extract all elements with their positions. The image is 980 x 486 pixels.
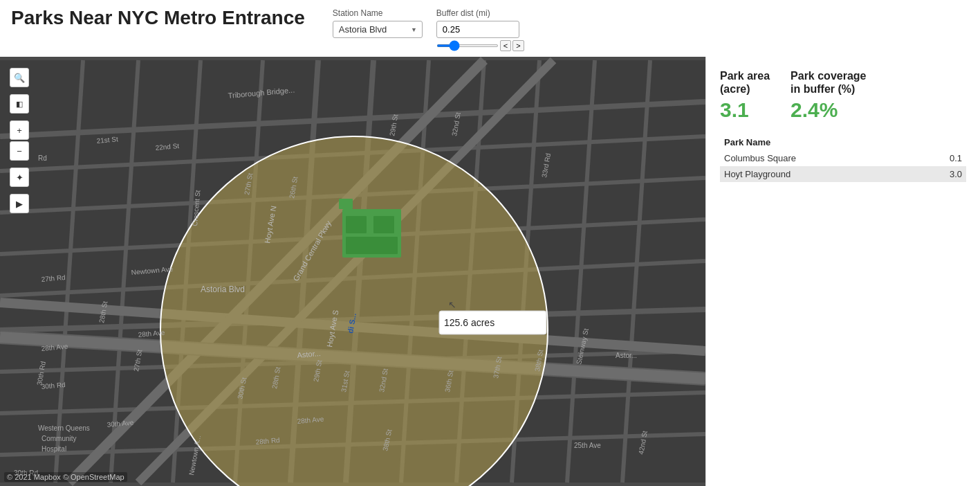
- park-name-cell: Hoyt Playground: [720, 166, 916, 182]
- station-label: Station Name: [333, 8, 423, 18]
- svg-text:Astoria Blvd: Astoria Blvd: [201, 285, 245, 294]
- svg-rect-32: [339, 199, 353, 209]
- arrow-right-icon: ▶: [16, 199, 23, 209]
- map-controls: 🔍 ◧ + − ✦ ▶: [10, 68, 29, 213]
- svg-text:Hospital: Hospital: [41, 445, 66, 453]
- table-row: Columbus Square 0.1: [720, 150, 966, 166]
- park-area-value: 3.1: [720, 98, 770, 122]
- layers-icon: ◧: [16, 100, 23, 109]
- compass-icon: ✦: [16, 172, 24, 183]
- park-area-cell: 0.1: [916, 150, 966, 166]
- svg-text:25th Ave: 25th Ave: [574, 442, 601, 449]
- park-coverage-block: Park coveragein buffer (%) 2.4%: [791, 69, 866, 122]
- park-area-block: Park area(acre) 3.1: [720, 69, 770, 122]
- minus-icon: −: [17, 146, 22, 156]
- station-select[interactable]: Astoria Blvd Times Sq-42 St Grand Centra…: [333, 21, 423, 38]
- station-control: Station Name Astoria Blvd Times Sq-42 St…: [333, 8, 423, 38]
- table-row: Hoyt Playground 3.0: [720, 166, 966, 182]
- search-btn[interactable]: 🔍: [10, 68, 29, 87]
- buffer-input[interactable]: [436, 21, 519, 38]
- arrow-btn[interactable]: ▶: [10, 194, 29, 213]
- header: Parks Near NYC Metro Entrance Station Na…: [0, 0, 980, 57]
- main-content: Triborough Bridge... 21st St 22nd St Rd …: [0, 57, 980, 486]
- buffer-control: Buffer dist (mi) < >: [436, 8, 524, 51]
- svg-text:125.6 acres: 125.6 acres: [444, 317, 494, 328]
- buffer-input-group: < >: [436, 21, 524, 51]
- park-area-cell: 3.0: [916, 166, 966, 182]
- svg-text:Community: Community: [41, 435, 77, 442]
- buffer-slider[interactable]: [436, 44, 499, 47]
- map-attribution: © 2021 Mapbox © OpenStreetMap: [4, 472, 127, 482]
- stats-row: Park area(acre) 3.1 Park coveragein buff…: [720, 69, 966, 122]
- park-coverage-label: Park coveragein buffer (%): [791, 69, 866, 96]
- map-svg: Triborough Bridge... 21st St 22nd St Rd …: [0, 57, 705, 486]
- compass-btn[interactable]: ✦: [10, 168, 29, 187]
- buffer-label: Buffer dist (mi): [436, 8, 524, 18]
- slider-row: < >: [436, 40, 524, 51]
- svg-text:Western Queens: Western Queens: [38, 424, 90, 432]
- plus-icon: +: [17, 125, 22, 136]
- zoom-in-btn[interactable]: +: [10, 120, 29, 140]
- map-container[interactable]: Triborough Bridge... 21st St 22nd St Rd …: [0, 57, 705, 486]
- park-area-label: Park area(acre): [720, 69, 770, 96]
- svg-text:↖: ↖: [448, 299, 456, 310]
- zoom-out-btn[interactable]: −: [10, 141, 29, 161]
- slider-left-btn[interactable]: <: [500, 40, 511, 51]
- svg-rect-29: [346, 216, 367, 233]
- layers-btn[interactable]: ◧: [10, 94, 29, 114]
- park-area-col-header: [916, 134, 966, 150]
- svg-rect-30: [373, 216, 394, 233]
- svg-text:Astor...: Astor...: [616, 352, 637, 359]
- svg-text:Rd: Rd: [38, 154, 47, 162]
- sidebar: Park area(acre) 3.1 Park coveragein buff…: [705, 57, 980, 486]
- park-table: Park Name Columbus Square 0.1 Hoyt Playg…: [720, 134, 966, 182]
- controls-panel: Station Name Astoria Blvd Times Sq-42 St…: [333, 7, 524, 51]
- park-name-cell: Columbus Square: [720, 150, 916, 166]
- park-coverage-value: 2.4%: [791, 98, 866, 122]
- search-icon: 🔍: [14, 73, 25, 83]
- svg-rect-31: [346, 237, 398, 254]
- station-select-wrapper[interactable]: Astoria Blvd Times Sq-42 St Grand Centra…: [333, 21, 423, 38]
- park-name-col-header: Park Name: [720, 134, 916, 150]
- page-title: Parks Near NYC Metro Entrance: [11, 7, 305, 29]
- slider-right-btn[interactable]: >: [512, 40, 524, 51]
